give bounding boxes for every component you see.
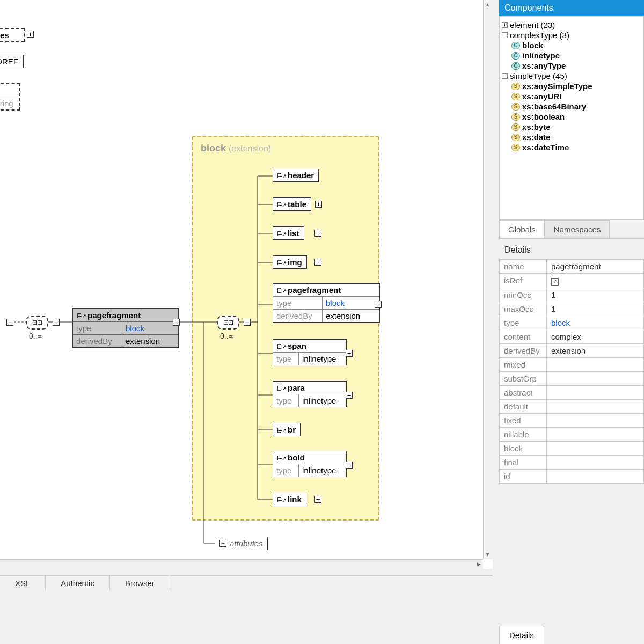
details-tabs: Details <box>499 626 644 644</box>
tree-item[interactable]: Cxs:anyType <box>502 61 641 71</box>
details-row[interactable]: derivedByextension <box>500 343 644 357</box>
collapse-icon[interactable]: − <box>502 73 508 79</box>
sidebar: Components +element (23) −complexType (3… <box>499 0 644 644</box>
expand-icon[interactable]: + <box>27 31 34 38</box>
tree-item-simpletype[interactable]: −simpleType (45) <box>502 71 641 81</box>
complex-type-icon: C <box>511 62 520 70</box>
tree-item[interactable]: Sxs:byte <box>502 122 641 132</box>
node-pagefragment-child[interactable]: ↗pagefragment typeblock derivedByextensi… <box>273 283 380 323</box>
node-br[interactable]: ↗br <box>273 423 301 436</box>
collapse-icon[interactable]: − <box>244 319 251 326</box>
expand-icon[interactable]: + <box>502 22 508 28</box>
components-panel-header: Components <box>499 0 644 16</box>
node-img[interactable]: ↗img <box>273 255 307 269</box>
tab-details[interactable]: Details <box>499 626 544 644</box>
choice-icon: ⊟⊡ <box>32 319 42 326</box>
tree-item-complextype[interactable]: −complexType (3) <box>502 30 641 40</box>
tree-item[interactable]: Sxs:boolean <box>502 112 641 122</box>
node-span[interactable]: ↗span typeinlinetype <box>273 339 347 365</box>
complex-type-icon: C <box>511 52 520 60</box>
tab-namespaces[interactable]: Namespaces <box>545 220 610 238</box>
simple-type-icon: S <box>511 93 520 100</box>
tree-item[interactable]: Cinlinetype <box>502 50 641 61</box>
expand-icon[interactable]: + <box>346 462 353 469</box>
cardinality-label: 0..∞ <box>29 332 43 340</box>
details-row[interactable]: nillable <box>500 427 644 441</box>
simple-type-icon: S <box>511 103 520 111</box>
expand-icon[interactable]: + <box>219 540 226 547</box>
choice-connector[interactable]: ⊟⊡ <box>217 316 239 330</box>
expand-icon[interactable]: + <box>346 350 353 357</box>
node-list[interactable]: ↗list <box>273 226 304 240</box>
details-row[interactable]: abstract <box>500 385 644 399</box>
node-label: IDREF <box>0 57 18 66</box>
simple-type-icon: S <box>511 83 520 90</box>
collapse-icon[interactable]: − <box>502 32 508 38</box>
details-row[interactable]: typeblock <box>500 316 644 330</box>
node-table[interactable]: ↗table <box>273 197 311 211</box>
details-row[interactable]: id <box>500 469 644 483</box>
node-para[interactable]: ↗para typeinlinetype <box>273 381 347 407</box>
details-row[interactable]: maxOcc1 <box>500 302 644 316</box>
tree-item[interactable]: Cblock <box>502 40 641 50</box>
tab-authentic[interactable]: Authentic <box>46 576 110 590</box>
node-fragment-idref[interactable]: IDREF <box>0 55 24 68</box>
simple-type-icon: S <box>511 144 520 151</box>
details-row[interactable]: contentcomplex <box>500 330 644 343</box>
expand-icon[interactable]: + <box>375 301 382 308</box>
details-table: namepagefragmentisRef✓minOcc1maxOcc1type… <box>499 259 644 484</box>
tab-xsl[interactable]: XSL <box>0 576 46 590</box>
expand-icon[interactable]: + <box>314 496 321 503</box>
details-row[interactable]: final <box>500 455 644 469</box>
node-label: pagefragment <box>87 311 141 320</box>
tab-browser[interactable]: Browser <box>110 576 170 590</box>
collapse-icon[interactable]: − <box>6 319 13 326</box>
details-row[interactable]: minOcc1 <box>500 288 644 302</box>
details-row[interactable]: default <box>500 399 644 413</box>
tree-item[interactable]: Sxs:anyURI <box>502 91 641 101</box>
tree-item[interactable]: Sxs:date <box>502 132 641 142</box>
complex-type-icon: C <box>511 42 520 49</box>
details-row[interactable]: namepagefragment <box>500 260 644 274</box>
collapse-icon[interactable]: − <box>173 319 180 326</box>
details-row[interactable]: substGrp <box>500 371 644 385</box>
simple-type-icon: S <box>511 113 520 121</box>
expand-icon[interactable]: + <box>315 201 322 208</box>
tree-item-element[interactable]: +element (23) <box>502 20 641 30</box>
node-bold[interactable]: ↗bold typeinlinetype <box>273 451 347 477</box>
schema-diagram-canvas[interactable]: ries + IDREF e string − ⊟⊡ 0..∞ − ↗pagef… <box>0 0 493 569</box>
vertical-scrollbar[interactable] <box>483 0 493 559</box>
components-tabs: Globals Namespaces <box>499 220 644 239</box>
expand-icon[interactable]: + <box>314 259 321 266</box>
choice-connector[interactable]: ⊟⊡ <box>26 316 48 330</box>
block-title: block (extension) <box>193 137 378 159</box>
details-row[interactable]: fixed <box>500 413 644 427</box>
collapse-icon[interactable]: − <box>53 319 60 326</box>
choice-icon: ⊟⊡ <box>223 319 233 326</box>
simple-type-icon: S <box>511 123 520 131</box>
node-pagefragment-selected[interactable]: ↗pagefragment typeblock derivedByextensi… <box>72 308 179 348</box>
details-panel-header: Details <box>499 239 644 259</box>
node-link[interactable]: ↗link <box>273 493 306 506</box>
node-fragment-e[interactable]: e string <box>0 83 20 111</box>
node-fragment-top[interactable]: ries <box>0 28 25 42</box>
view-tabs: XSL Authentic Browser <box>0 575 493 590</box>
components-tree[interactable]: +element (23) −complexType (3) Cblock Ci… <box>499 16 644 220</box>
node-label: ries <box>0 31 9 40</box>
details-row[interactable]: block <box>500 441 644 455</box>
horizontal-scrollbar[interactable] <box>0 559 483 569</box>
cardinality-label: 0..∞ <box>220 332 234 340</box>
details-row[interactable]: mixed <box>500 357 644 371</box>
checkbox-icon[interactable]: ✓ <box>551 278 559 286</box>
attributes-box[interactable]: + attributes <box>215 537 268 550</box>
tree-item[interactable]: Sxs:dateTime <box>502 142 641 152</box>
node-type: string <box>0 97 17 109</box>
details-row[interactable]: isRef✓ <box>500 274 644 288</box>
expand-icon[interactable]: + <box>346 392 353 399</box>
expand-icon[interactable]: + <box>314 230 321 237</box>
tree-item[interactable]: Sxs:base64Binary <box>502 101 641 112</box>
tab-globals[interactable]: Globals <box>499 220 545 238</box>
node-header[interactable]: ↗header <box>273 169 319 182</box>
simple-type-icon: S <box>511 134 520 141</box>
tree-item[interactable]: Sxs:anySimpleType <box>502 81 641 91</box>
